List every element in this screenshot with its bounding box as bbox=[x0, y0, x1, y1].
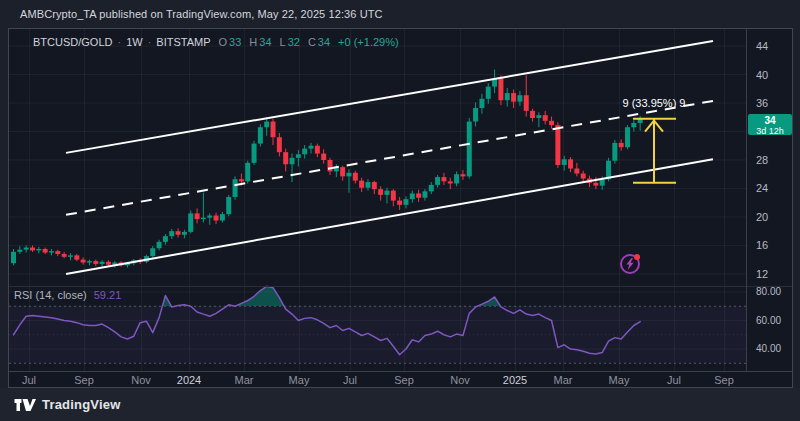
candle-body bbox=[530, 111, 535, 118]
candle-body bbox=[43, 249, 48, 253]
candle-body bbox=[74, 255, 79, 259]
candle-body bbox=[429, 185, 434, 191]
candle-body bbox=[11, 252, 16, 263]
candle-body bbox=[100, 262, 105, 264]
candle-body bbox=[378, 189, 383, 195]
candle-body bbox=[574, 169, 579, 174]
symbol-exchange: BITSTAMP bbox=[156, 36, 210, 48]
candle-body bbox=[296, 154, 301, 158]
candle-body bbox=[517, 95, 522, 101]
candle-body bbox=[346, 173, 351, 177]
candle-body bbox=[397, 201, 402, 205]
candle-body bbox=[302, 149, 307, 155]
tradingview-footer: TradingView bbox=[0, 388, 800, 421]
rsi-value: 59.21 bbox=[94, 289, 122, 301]
candle-body bbox=[593, 183, 598, 186]
rsi-tick-label: 80.00 bbox=[756, 286, 781, 297]
candle-body bbox=[359, 181, 364, 188]
candle-body bbox=[264, 122, 269, 128]
candle-body bbox=[49, 251, 54, 252]
bar-countdown: 3d 12h bbox=[748, 126, 792, 136]
candle-body bbox=[321, 154, 326, 160]
candle-body bbox=[448, 181, 453, 183]
candle-body bbox=[81, 260, 86, 263]
price-tick-label: 28 bbox=[756, 154, 768, 166]
candle-body bbox=[536, 115, 541, 118]
candle-body bbox=[435, 177, 440, 185]
channel-line bbox=[66, 41, 713, 153]
tradingview-wordmark[interactable]: TradingView bbox=[42, 397, 121, 412]
rsi-label: RSI (14, close) bbox=[14, 289, 87, 301]
notification-dot bbox=[634, 254, 640, 260]
candle-body bbox=[467, 122, 472, 177]
candle-body bbox=[207, 216, 212, 218]
price-tick-label: 40 bbox=[756, 69, 768, 81]
rsi-tick-label: 60.00 bbox=[756, 315, 781, 326]
candle-body bbox=[220, 214, 225, 220]
time-tick-label: Jul bbox=[343, 374, 357, 386]
candle-body bbox=[258, 127, 263, 143]
price-tick-label: 36 bbox=[756, 97, 768, 109]
time-tick-label: May bbox=[289, 374, 310, 386]
ohlc-value: 32 bbox=[288, 36, 300, 48]
rsi-legend[interactable]: RSI (14, close)59.21 bbox=[14, 289, 121, 301]
candlestick-series bbox=[11, 70, 643, 268]
candle-body bbox=[309, 146, 314, 149]
candle-body bbox=[182, 232, 187, 235]
price-tick-label: 12 bbox=[756, 268, 768, 280]
lightning-icon bbox=[625, 258, 635, 270]
candle-body bbox=[454, 174, 459, 183]
time-tick-label: May bbox=[609, 374, 630, 386]
price-tick-label: 16 bbox=[756, 239, 768, 251]
time-tick-label: 2025 bbox=[503, 374, 527, 386]
candle-body bbox=[422, 191, 427, 197]
candle-body bbox=[549, 121, 554, 125]
candle-body bbox=[391, 191, 396, 201]
candle-body bbox=[524, 95, 529, 111]
ohlc-value: 34 bbox=[318, 36, 330, 48]
time-tick-label: Mar bbox=[554, 374, 573, 386]
candle-body bbox=[93, 261, 98, 264]
candle-body bbox=[625, 127, 630, 147]
candle-body bbox=[157, 242, 162, 248]
last-price-badge: 34 3d 12h bbox=[748, 114, 792, 135]
candle-body bbox=[479, 99, 484, 108]
ohlc-value: 34 bbox=[259, 36, 271, 48]
candle-body bbox=[239, 179, 244, 181]
tradingview-logo[interactable] bbox=[14, 398, 36, 412]
candle-body bbox=[353, 173, 358, 181]
candle-body bbox=[201, 218, 206, 219]
candle-body bbox=[606, 161, 611, 180]
attribution-text: AMBCrypto_TA published on TradingView.co… bbox=[0, 8, 383, 20]
candle-body bbox=[581, 174, 586, 179]
candle-body bbox=[150, 248, 155, 256]
candle-body bbox=[555, 125, 560, 165]
candle-body bbox=[188, 213, 193, 232]
candle-body bbox=[245, 163, 250, 182]
tradingview-chart-screenshot: AMBCrypto_TA published on TradingView.co… bbox=[0, 0, 800, 421]
candle-body bbox=[36, 249, 41, 250]
candle-body bbox=[233, 179, 238, 197]
ohlc-key: C bbox=[308, 36, 316, 48]
candle-body bbox=[87, 261, 92, 262]
candle-body bbox=[277, 137, 282, 152]
candle-body bbox=[30, 248, 35, 251]
time-tick-label: Jul bbox=[667, 374, 681, 386]
candle-body bbox=[195, 213, 200, 219]
symbol-name[interactable]: BTCUSD/GOLD bbox=[33, 36, 112, 48]
candle-body bbox=[460, 174, 465, 176]
ohlc-values: O33H34L32C34 bbox=[211, 36, 331, 48]
price-tick-label: 44 bbox=[756, 40, 768, 52]
legend-separator: · bbox=[117, 36, 121, 48]
chart-canvas[interactable] bbox=[9, 29, 792, 387]
candle-body bbox=[365, 182, 370, 188]
candle-body bbox=[106, 262, 111, 265]
candle-body bbox=[169, 231, 174, 236]
symbol-interval[interactable]: 1W bbox=[126, 36, 143, 48]
time-tick-label: Sep bbox=[394, 374, 414, 386]
candle-body bbox=[631, 123, 636, 127]
candle-body bbox=[568, 159, 573, 168]
symbol-legend[interactable]: BTCUSD/GOLD·1W·BITSTAMPO33H34L32C34+0 (+… bbox=[33, 36, 399, 48]
boost-icon[interactable] bbox=[620, 254, 640, 274]
candle-body bbox=[511, 93, 516, 102]
